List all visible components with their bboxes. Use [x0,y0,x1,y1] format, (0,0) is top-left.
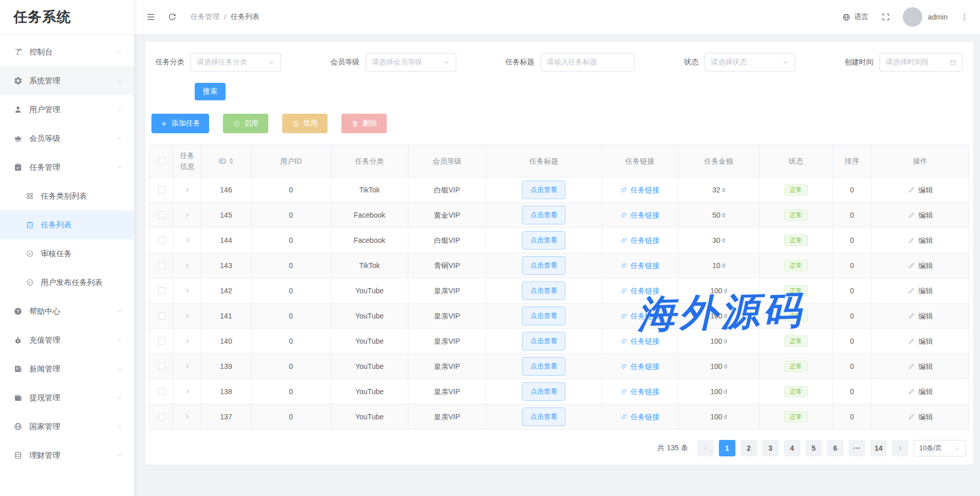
sidebar-item[interactable]: 任务类别列表 [0,182,134,210]
task-link[interactable]: 任务链接 [621,361,660,372]
row-checkbox[interactable] [158,211,165,219]
expand-row-icon[interactable] [184,287,191,294]
task-link[interactable]: 任务链接 [621,185,660,196]
language-switcher[interactable]: 语言 [842,12,869,22]
sidebar-item[interactable]: 任务列表 [0,210,134,239]
expand-row-icon[interactable] [184,363,191,370]
view-task-button[interactable]: 点击查看 [522,332,565,350]
page-button[interactable]: 2 [741,440,757,456]
edit-button[interactable]: 编辑 [908,336,933,347]
select-all-checkbox[interactable] [158,157,165,165]
more-options-icon[interactable] [960,13,969,22]
edit-button[interactable]: 编辑 [908,386,933,397]
page-button[interactable]: ··· [849,440,865,456]
filter-control[interactable]: 请输入任务标题 [541,53,635,72]
total-count: 共 135 条 [658,444,688,453]
filter-control[interactable]: 请选择任务分类 [191,53,281,72]
sidebar-item[interactable]: 审核任务 [0,239,134,268]
edit-button[interactable]: 编辑 [908,286,933,296]
row-checkbox[interactable] [158,237,165,244]
sidebar-item[interactable]: ? 帮助中心 [0,297,134,326]
task-link[interactable]: 任务链接 [621,336,660,347]
disable-button[interactable]: 禁用 [282,114,328,133]
view-task-button[interactable]: 点击查看 [522,281,565,300]
view-task-button[interactable]: 点击查看 [522,357,565,376]
edit-button[interactable]: 编辑 [908,311,933,322]
filter-control[interactable]: 请选择状态 [704,53,795,72]
edit-button[interactable]: 编辑 [908,235,933,246]
sidebar-item[interactable]: 系统管理 [0,66,134,95]
task-link[interactable]: 任务链接 [621,235,660,246]
cell-vip: 青铜VIP [408,253,486,278]
row-checkbox[interactable] [158,312,165,320]
enable-button[interactable]: 启用 [223,114,268,133]
view-task-button[interactable]: 点击查看 [522,231,565,250]
row-checkbox[interactable] [158,388,165,395]
sidebar-item[interactable]: 会员等级 [0,124,134,153]
breadcrumb-parent[interactable]: 任务管理 [191,12,219,22]
page-button[interactable]: 5 [805,440,822,456]
row-checkbox[interactable] [158,186,165,193]
delete-button[interactable]: 删除 [341,114,387,133]
page-button[interactable]: 1 [719,440,735,456]
task-link[interactable]: 任务链接 [621,311,660,322]
edit-button[interactable]: 编辑 [908,361,933,372]
add-task-button[interactable]: 添加任务 [151,114,209,133]
filter-placeholder: 请输入任务标题 [547,58,629,67]
sidebar-item[interactable]: 理财管理 [0,441,134,470]
view-task-button[interactable]: 点击查看 [522,307,565,325]
sidebar-item[interactable]: ¥ 充值管理 [0,326,134,355]
sidebar-item[interactable]: 新闻管理 [0,355,134,383]
task-link[interactable]: 任务链接 [621,412,660,422]
expand-row-icon[interactable] [184,413,191,420]
task-link[interactable]: 任务链接 [621,260,660,271]
view-task-button[interactable]: 点击查看 [522,382,565,401]
expand-row-icon[interactable] [184,186,191,193]
expand-row-icon[interactable] [184,338,191,345]
fullscreen-icon[interactable] [881,12,890,22]
expand-row-icon[interactable] [184,211,191,219]
sidebar-item[interactable]: 任务管理 [0,153,134,182]
task-link[interactable]: 任务链接 [621,286,660,296]
task-link[interactable]: 任务链接 [621,386,660,397]
page-button[interactable]: 6 [827,440,844,456]
task-link[interactable]: 任务链接 [621,210,660,221]
view-task-button[interactable]: 点击查看 [522,206,565,224]
edit-button[interactable]: 编辑 [908,260,933,271]
sidebar-item[interactable]: 国家管理 [0,412,134,441]
next-page-button[interactable] [892,440,908,456]
filter-control[interactable]: 请选择会员等级 [366,53,456,72]
sidebar-item[interactable]: 控制台 [0,38,134,66]
sidebar-item[interactable]: 用户发布任务列表 [0,268,134,297]
prev-page-button[interactable] [697,440,714,456]
view-task-button[interactable]: 点击查看 [522,408,565,426]
page-button[interactable]: 4 [784,440,800,456]
refresh-icon[interactable] [167,12,177,22]
expand-row-icon[interactable] [184,388,191,395]
plus-icon [160,120,168,128]
row-checkbox[interactable] [158,338,165,345]
page-button[interactable]: 3 [762,440,779,456]
row-checkbox[interactable] [158,413,165,420]
edit-button[interactable]: 编辑 [908,210,933,221]
user-menu[interactable]: admin [903,7,948,27]
expand-row-icon[interactable] [184,262,191,269]
col-info: 任务信息 [174,145,201,178]
view-task-button[interactable]: 点击查看 [522,181,565,199]
row-checkbox[interactable] [158,262,165,269]
edit-button[interactable]: 编辑 [908,412,933,422]
hamburger-menu-icon[interactable] [146,12,156,22]
sidebar-item[interactable]: 提现管理 [0,383,134,412]
edit-button[interactable]: 编辑 [908,185,933,196]
row-checkbox[interactable] [158,363,165,370]
search-button[interactable]: 搜索 [195,83,226,100]
expand-row-icon[interactable] [184,312,191,320]
row-checkbox[interactable] [158,287,165,294]
expand-row-icon[interactable] [184,237,191,244]
sidebar-item[interactable]: 用户管理 [0,95,134,124]
filter-control[interactable]: 请选择时间段 [880,53,963,72]
view-task-button[interactable]: 点击查看 [522,256,565,275]
page-button[interactable]: 14 [870,440,887,456]
sort-icon[interactable] [229,158,233,164]
page-size-select[interactable]: 10条/页 [914,440,966,456]
